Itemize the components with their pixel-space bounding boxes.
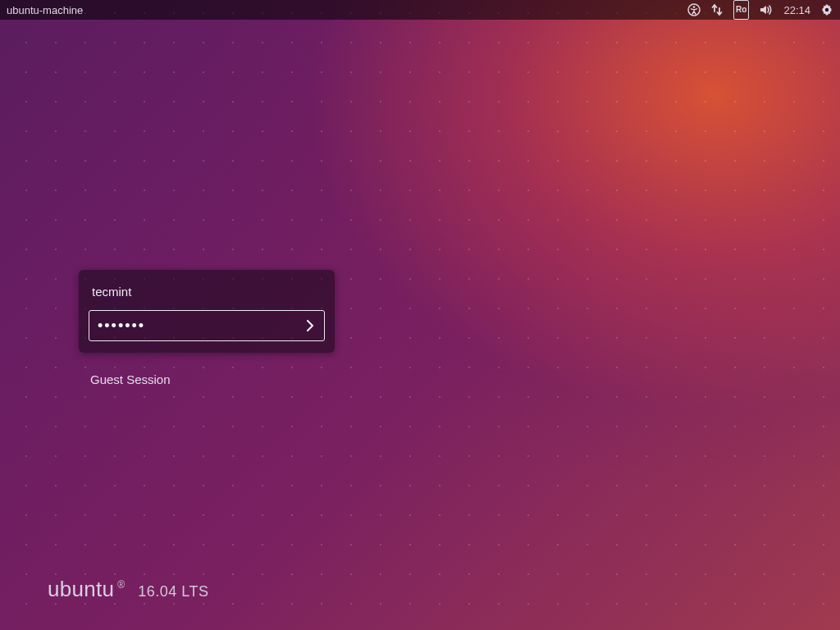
sound-icon[interactable] xyxy=(759,0,774,20)
hostname-label: ubuntu-machine xyxy=(7,4,83,16)
brand-version: 16.04 LTS xyxy=(138,583,208,600)
accessibility-icon[interactable] xyxy=(687,0,701,20)
svg-point-1 xyxy=(693,6,696,8)
brand-name: ubuntu xyxy=(48,577,114,602)
system-gear-icon[interactable] xyxy=(820,0,833,20)
chevron-right-icon xyxy=(303,318,317,333)
clock-label[interactable]: 22:14 xyxy=(783,0,810,20)
keyboard-layout-indicator[interactable]: Ro xyxy=(733,0,749,20)
top-panel: ubuntu-machine Ro 22:14 xyxy=(0,0,840,20)
login-submit-button[interactable] xyxy=(296,311,324,340)
svg-point-2 xyxy=(825,8,829,11)
password-input[interactable] xyxy=(89,311,296,340)
registered-mark: ® xyxy=(117,579,125,591)
login-box: tecmint xyxy=(79,270,335,353)
password-field-wrap xyxy=(89,310,325,341)
network-icon[interactable] xyxy=(710,0,724,20)
selected-username[interactable]: tecmint xyxy=(89,285,325,310)
indicator-area: Ro 22:14 xyxy=(687,0,833,20)
guest-session-option[interactable]: Guest Session xyxy=(90,372,171,386)
distro-brand: ubuntu ® 16.04 LTS xyxy=(48,577,208,602)
